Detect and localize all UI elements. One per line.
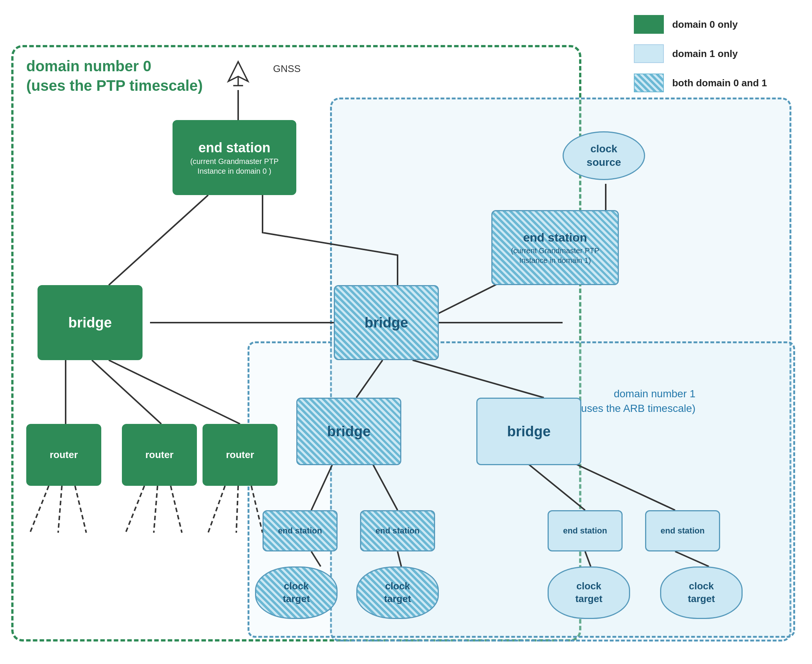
- domain1-label: domain number 1 (uses the ARB timescale): [578, 386, 695, 416]
- end-station-bl2: end station: [360, 510, 435, 552]
- end-station-gm0-sub2: Instance in domain 0 ): [190, 166, 279, 176]
- router-2: router: [122, 424, 197, 486]
- end-station-br2: end station: [645, 510, 720, 552]
- clock-target-bl2: clock target: [356, 566, 439, 619]
- legend: domain 0 only domain 1 only both domain …: [634, 15, 767, 92]
- end-station-br1: end station: [547, 510, 623, 552]
- end-station-br1-label: end station: [563, 526, 607, 536]
- end-station-gm1-title: end station: [511, 230, 599, 246]
- legend-swatch-domain1: [634, 44, 664, 63]
- end-station-bl1: end station: [263, 510, 338, 552]
- legend-swatch-both: [634, 73, 664, 92]
- clock-target-bl1: clock target: [255, 566, 338, 619]
- gnss-area: GNSS: [225, 60, 301, 86]
- router-1-label: router: [50, 449, 78, 461]
- legend-item-domain1: domain 1 only: [634, 44, 767, 63]
- bridge-br: bridge: [476, 398, 581, 465]
- clock-source: clock source: [563, 131, 645, 180]
- end-station-gm0-sub1: (current Grandmaster PTP: [190, 156, 279, 166]
- bridge-bl-label: bridge: [327, 423, 370, 439]
- clock-target-br1: clock target: [547, 566, 630, 619]
- legend-label-both: both domain 0 and 1: [672, 77, 767, 89]
- end-station-bl2-label: end station: [375, 526, 419, 536]
- end-station-gm1: end station (current Grandmaster PTP Ins…: [491, 210, 619, 285]
- router-3-label: router: [226, 449, 254, 461]
- bridge-center: bridge: [334, 285, 439, 360]
- legend-item-both: both domain 0 and 1: [634, 73, 767, 92]
- antenna-icon: [225, 60, 251, 86]
- bridge-center-label: bridge: [365, 315, 408, 331]
- bridge-left-label: bridge: [68, 315, 112, 331]
- legend-item-domain0: domain 0 only: [634, 15, 767, 34]
- end-station-gm1-sub1: (current Grandmaster PTP: [511, 246, 599, 256]
- legend-swatch-domain0: [634, 15, 664, 34]
- end-station-br2-label: end station: [661, 526, 704, 536]
- domain0-label: domain number 0 (uses the PTP timescale): [26, 56, 203, 95]
- end-station-gm0: end station (current Grandmaster PTP Ins…: [172, 120, 296, 195]
- router-2-label: router: [145, 449, 173, 461]
- bridge-bl: bridge: [296, 398, 401, 465]
- clock-target-br2: clock target: [660, 566, 743, 619]
- diagram: domain 0 only domain 1 only both domain …: [0, 0, 812, 664]
- router-3: router: [203, 424, 278, 486]
- end-station-gm0-title: end station: [190, 139, 279, 157]
- legend-label-domain0: domain 0 only: [672, 19, 738, 30]
- router-1: router: [26, 424, 101, 486]
- bridge-br-label: bridge: [507, 423, 551, 439]
- end-station-gm1-sub2: Instance in domain 1): [511, 256, 599, 265]
- gnss-label: GNSS: [273, 63, 301, 75]
- end-station-bl1-label: end station: [278, 526, 322, 536]
- legend-label-domain1: domain 1 only: [672, 48, 738, 60]
- bridge-left: bridge: [37, 285, 143, 360]
